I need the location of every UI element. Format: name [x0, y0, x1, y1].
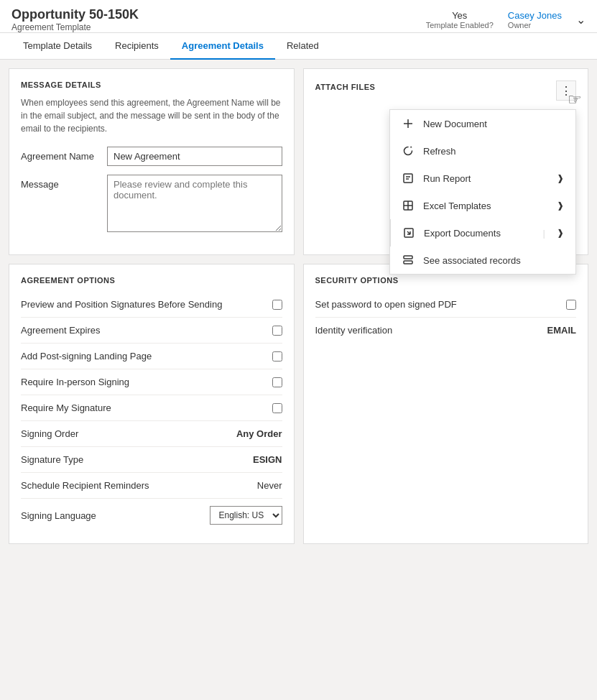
header-left: Opportunity 50-150K Agreement Template: [11, 7, 139, 32]
option-signing-language: Signing Language English: US French Germ…: [21, 499, 282, 532]
top-row: MESSAGE DETAILS When employees send this…: [9, 68, 588, 255]
tab-recipients[interactable]: Recipients: [103, 33, 170, 60]
option-identity-verification: Identity verification EMAIL: [315, 318, 577, 343]
template-enabled-section: Yes Template Enabled?: [426, 10, 494, 29]
owner-label: Owner: [508, 21, 562, 29]
menu-item-refresh[interactable]: Refresh: [390, 137, 575, 165]
message-textarea[interactable]: [107, 175, 282, 232]
chevron-down-icon[interactable]: ⌄: [576, 13, 586, 27]
option-preview-signatures-label: Preview and Position Signatures Before S…: [21, 299, 272, 310]
option-recipient-reminders: Schedule Recipient Reminders Never: [21, 473, 282, 499]
owner-section: Casey Jones Owner: [508, 10, 562, 29]
option-preview-signatures: Preview and Position Signatures Before S…: [21, 292, 282, 318]
option-require-my-signature-label: Require My Signature: [21, 402, 272, 413]
bottom-row: AGREEMENT OPTIONS Preview and Position S…: [9, 264, 588, 544]
header: Opportunity 50-150K Agreement Template Y…: [0, 0, 597, 33]
option-agreement-expires-label: Agreement Expires: [21, 325, 272, 336]
agreement-name-label: Agreement Name: [21, 147, 107, 162]
menu-item-run-report[interactable]: Run Report ❱: [390, 165, 575, 192]
message-row: Message: [21, 175, 282, 234]
agreement-options-title: AGREEMENT OPTIONS: [21, 276, 282, 285]
tab-template-details[interactable]: Template Details: [11, 33, 103, 60]
plus-icon: [402, 117, 415, 130]
main-content: MESSAGE DETAILS When employees send this…: [0, 60, 597, 553]
menu-item-see-associated-records[interactable]: See associated records: [390, 247, 575, 274]
option-require-my-signature: Require My Signature: [21, 395, 282, 421]
security-options-panel: SECURITY OPTIONS Set password to open si…: [303, 264, 589, 544]
option-set-password-checkbox[interactable]: [566, 300, 576, 310]
refresh-icon: [402, 144, 415, 157]
page-title: Opportunity 50-150K: [11, 7, 139, 22]
tabs-bar: Template Details Recipients Agreement De…: [0, 33, 597, 60]
attach-files-panel: ATTACH FILES ⋮ ☞: [303, 68, 589, 255]
option-inperson-signing-checkbox[interactable]: [272, 377, 282, 387]
message-details-title: MESSAGE DETAILS: [21, 80, 282, 89]
svg-rect-2: [404, 174, 412, 183]
tab-related[interactable]: Related: [275, 33, 330, 60]
option-signing-language-label: Signing Language: [21, 510, 210, 521]
template-enabled-value: Yes: [426, 10, 494, 21]
menu-item-new-document[interactable]: New Document: [390, 110, 575, 137]
option-post-signing-landing-checkbox[interactable]: [272, 351, 282, 361]
menu-item-excel-templates[interactable]: Excel Templates ❱: [390, 192, 575, 219]
tab-agreement-details[interactable]: Agreement Details: [170, 33, 275, 60]
option-preview-signatures-checkbox[interactable]: [272, 300, 282, 310]
option-set-password: Set password to open signed PDF: [315, 292, 577, 318]
run-report-arrow-icon: ❱: [557, 173, 564, 183]
excel-icon: [402, 199, 415, 212]
option-require-my-signature-checkbox[interactable]: [272, 403, 282, 413]
option-agreement-expires-checkbox[interactable]: [272, 326, 282, 336]
menu-item-see-associated-records-label: See associated records: [423, 255, 564, 266]
more-button-container: ⋮ ☞ New Document: [556, 80, 576, 101]
menu-item-excel-templates-label: Excel Templates: [423, 201, 548, 211]
template-enabled-label: Template Enabled?: [426, 21, 494, 29]
option-identity-verification-value: EMAIL: [547, 325, 576, 336]
agreement-name-control: [107, 147, 282, 166]
menu-item-export-documents-label: Export Documents: [424, 228, 534, 239]
option-recipient-reminders-value: Never: [257, 480, 282, 491]
header-right: Yes Template Enabled? Casey Jones Owner …: [426, 7, 586, 29]
option-identity-verification-label: Identity verification: [315, 325, 547, 336]
option-inperson-signing-label: Require In-person Signing: [21, 377, 272, 387]
option-set-password-label: Set password to open signed PDF: [315, 299, 567, 310]
option-signing-order-value: Any Order: [236, 428, 282, 439]
option-post-signing-landing-label: Add Post-signing Landing Page: [21, 351, 272, 361]
option-signing-order-label: Signing Order: [21, 428, 236, 439]
message-control: [107, 175, 282, 234]
menu-item-export-documents[interactable]: Export Documents | ❱: [390, 219, 575, 247]
export-documents-arrow-icon: ❱: [557, 228, 564, 238]
excel-templates-arrow-icon: ❱: [557, 201, 564, 211]
records-icon: [402, 254, 415, 267]
menu-item-run-report-label: Run Report: [423, 173, 548, 184]
option-agreement-expires: Agreement Expires: [21, 318, 282, 344]
dropdown-menu: New Document Refresh: [389, 109, 576, 275]
more-options-button[interactable]: ⋮: [556, 80, 576, 101]
menu-item-refresh-label: Refresh: [423, 146, 564, 157]
option-signing-order: Signing Order Any Order: [21, 421, 282, 447]
owner-name[interactable]: Casey Jones: [508, 10, 562, 21]
option-signature-type: Signature Type ESIGN: [21, 447, 282, 473]
export-divider: |: [543, 228, 545, 239]
export-icon: [402, 226, 415, 239]
message-details-description: When employees send this agreement, the …: [21, 96, 282, 135]
security-options-title: SECURITY OPTIONS: [315, 276, 577, 285]
option-recipient-reminders-label: Schedule Recipient Reminders: [21, 480, 257, 491]
attach-files-header: ATTACH FILES ⋮ ☞: [315, 80, 577, 101]
agreement-name-row: Agreement Name: [21, 147, 282, 166]
menu-item-new-document-label: New Document: [423, 119, 564, 129]
agreement-name-input[interactable]: [107, 147, 282, 166]
option-post-signing-landing: Add Post-signing Landing Page: [21, 344, 282, 369]
svg-rect-13: [404, 261, 412, 264]
message-details-panel: MESSAGE DETAILS When employees send this…: [9, 68, 295, 255]
svg-rect-12: [404, 256, 412, 259]
report-icon: [402, 172, 415, 185]
option-signature-type-value: ESIGN: [253, 454, 282, 465]
option-inperson-signing: Require In-person Signing: [21, 369, 282, 395]
option-signature-type-label: Signature Type: [21, 454, 253, 465]
agreement-options-panel: AGREEMENT OPTIONS Preview and Position S…: [9, 264, 295, 544]
page-subtitle: Agreement Template: [11, 22, 139, 32]
option-signing-language-select[interactable]: English: US French German Spanish: [210, 506, 282, 525]
attach-files-title: ATTACH FILES: [315, 83, 376, 91]
message-label: Message: [21, 175, 107, 190]
